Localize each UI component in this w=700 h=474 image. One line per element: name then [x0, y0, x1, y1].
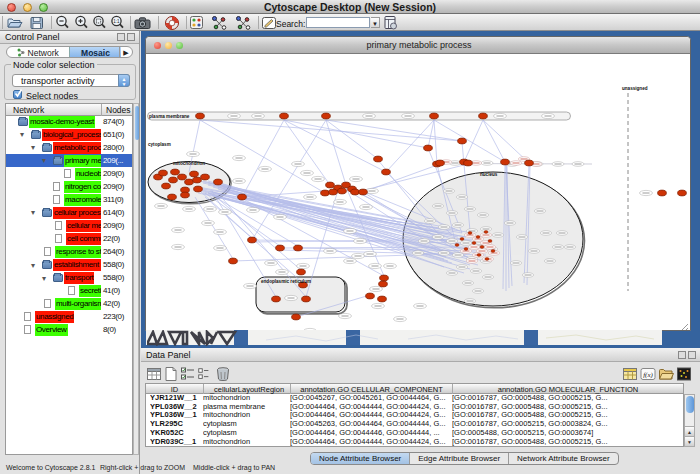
svg-text:unassigned: unassigned — [622, 86, 648, 91]
svg-text:cytoplasm: cytoplasm — [148, 142, 171, 147]
svg-text:f(x): f(x) — [643, 371, 653, 379]
svg-text:mitochondrion: mitochondrion — [173, 161, 205, 166]
svg-text:plasma membrane: plasma membrane — [149, 114, 190, 119]
svg-text:endoplasmic reticulum: endoplasmic reticulum — [261, 279, 311, 284]
svg-text:1:1: 1:1 — [113, 19, 120, 24]
svg-text:nucleus: nucleus — [480, 172, 498, 177]
